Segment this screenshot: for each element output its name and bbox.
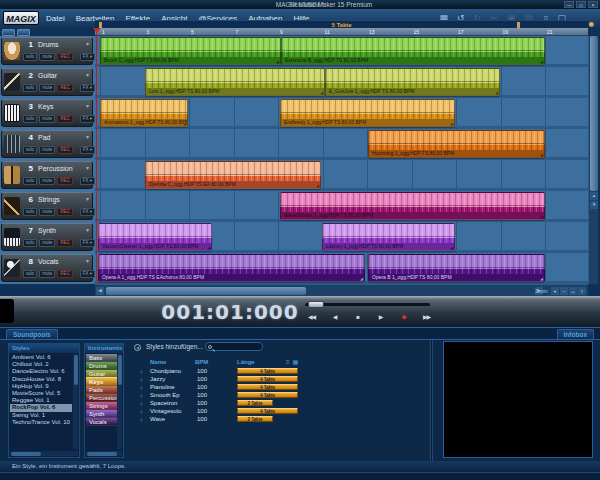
horizontal-scroll-thumb[interactable]: [106, 287, 306, 295]
record-arm-button[interactable]: REC: [57, 270, 73, 278]
fx-button[interactable]: FX ▾: [80, 146, 95, 154]
track-header-pad[interactable]: 4Pad▾solomuteRECFX ▾: [1, 130, 93, 158]
loop-row-jazzy[interactable]: ♪Jazzy1004 Takte: [140, 375, 302, 383]
clip-looney-1[interactable]: Looney 1_ogg.HDP TS 80,00 BPM◢: [322, 223, 455, 251]
range-bar[interactable]: 5 Takte: [95, 20, 588, 28]
fx-button[interactable]: FX ▾: [80, 270, 95, 278]
record-arm-button[interactable]: REC: [57, 239, 73, 247]
chevron-down-icon[interactable]: ▾: [86, 195, 89, 202]
instrument-item-pads[interactable]: Pads: [86, 386, 117, 394]
chevron-down-icon[interactable]: ▾: [86, 71, 89, 78]
solo-button[interactable]: solo: [23, 239, 37, 247]
add-styles-button[interactable]: Styles hinzufügen...: [146, 343, 203, 350]
playhead-marker-icon[interactable]: [93, 28, 101, 33]
maximize-button[interactable]: □: [576, 1, 586, 8]
fx-button[interactable]: FX ▾: [80, 239, 95, 247]
loop-length-bar[interactable]: 2 Takte: [237, 400, 273, 406]
fx-button[interactable]: FX ▾: [80, 53, 95, 61]
instrument-item-vocals[interactable]: Vocals: [86, 418, 117, 426]
list-view-icon[interactable]: ≡: [286, 359, 290, 366]
column-header-name[interactable]: Name: [150, 359, 166, 365]
mute-button[interactable]: mute: [39, 84, 55, 92]
style-item-technotrance-vol-10[interactable]: TechnoTrance Vol. 10: [10, 419, 72, 426]
clip-endlessly-1[interactable]: Endlessly 1_ogg.HDP TS 80,00 BPM◢: [280, 99, 455, 127]
instruments-hscrollbar[interactable]: [86, 451, 122, 456]
record-arm-button[interactable]: REC: [57, 115, 73, 123]
solo-button[interactable]: solo: [23, 53, 37, 61]
instrument-item-keys[interactable]: Keys: [86, 378, 117, 386]
loop-row-chordpiano[interactable]: ♪Chordpiano1004 Takte: [140, 367, 302, 375]
vertical-scrollbar[interactable]: ▲ ▼: [588, 36, 598, 284]
style-item-moviescore-vol-5[interactable]: MovieScore Vol. 5: [10, 390, 72, 397]
style-item-chillout-vol-2[interactable]: Chillout Vol. 2: [10, 361, 72, 368]
settings-dot-icon[interactable]: [589, 22, 594, 27]
clip-vacuumcleaner-1[interactable]: VacuumCleaner 1_ogg.HDP TS 80,00 BPM◢: [98, 223, 212, 251]
loop-row-smooth-ep[interactable]: ♪Smooth Ep1004 Takte: [140, 391, 302, 399]
record-arm-button[interactable]: REC: [57, 208, 73, 216]
jump-end-button[interactable]: ▶▶: [417, 311, 436, 323]
chevron-down-icon[interactable]: ▾: [86, 133, 89, 140]
grid-view-icon-small[interactable]: ▦: [293, 359, 299, 366]
clip-extensive-b[interactable]: Extensive B_ogg.HDP TS 80,00 BPM◢: [281, 37, 545, 65]
solo-button[interactable]: solo: [23, 84, 37, 92]
style-item-danceelectro-vol-6[interactable]: DanceElectro Vol. 6: [10, 368, 72, 375]
minimize-button[interactable]: —: [564, 1, 574, 8]
clip-humming-1[interactable]: Humming 1_ogg.HDP TS 80,00 BPM◢: [368, 130, 545, 158]
instrument-item-percussion[interactable]: Percussion: [86, 394, 117, 402]
close-button[interactable]: ×: [588, 1, 598, 8]
clip-opera-b-1[interactable]: Opera B 1_ogg.HDP TS 80,00 BPM◢: [368, 254, 545, 282]
track-header-strings[interactable]: 6Strings▾solomuteRECFX ▾: [1, 192, 93, 220]
track-view-icon[interactable]: [2, 29, 15, 36]
loop-length-bar[interactable]: 4 Takte: [237, 384, 298, 390]
style-item-swing-vol-1[interactable]: Swing Vol. 1: [10, 412, 72, 419]
clip-lost-1[interactable]: Lost 1_ogg.HDP TS 80,00 BPM◢: [145, 68, 325, 96]
menu-item-datei[interactable]: Datei: [46, 14, 65, 23]
mute-button[interactable]: mute: [39, 53, 55, 61]
clip-opera-a-1[interactable]: Opera A 1_ogg.HDP TS EAchorus 80,00 BPM◢: [98, 254, 365, 282]
styles-vscrollbar[interactable]: [73, 354, 78, 449]
track-header-keys[interactable]: 3Keys▾solomuteRECFX ▾: [1, 99, 93, 127]
scroll-up-icon[interactable]: ▲: [590, 192, 598, 200]
record-arm-button[interactable]: REC: [57, 146, 73, 154]
track-header-synth[interactable]: 7Synth▾solomuteRECFX ▾: [1, 223, 93, 251]
instrument-item-guitar[interactable]: Guitar: [86, 370, 117, 378]
horizontal-scrollbar[interactable]: ◀ ▶ Zoom +−↔↕: [95, 284, 588, 296]
loop-row-vintagesolo[interactable]: ♪Vintagesolo1004 Takte: [140, 407, 302, 415]
chevron-down-icon[interactable]: ▾: [86, 226, 89, 233]
play-button[interactable]: ▶: [371, 311, 390, 323]
mute-button[interactable]: mute: [39, 270, 55, 278]
mute-button[interactable]: mute: [39, 177, 55, 185]
chevron-down-icon[interactable]: ▾: [86, 102, 89, 109]
track-header-guitar[interactable]: 2Guitar▾solomuteRECFX ▾: [1, 68, 93, 96]
instruments-vscroll-thumb[interactable]: [118, 355, 122, 385]
track-header-drums[interactable]: 1Drums▾solomuteRECFX ▾: [1, 37, 93, 65]
loop-row-wave[interactable]: ♪Wave1002 Takte: [140, 415, 302, 423]
mute-button[interactable]: mute: [39, 239, 55, 247]
scroll-down-icon[interactable]: ▼: [590, 201, 598, 209]
loop-length-bar[interactable]: 4 Takte: [237, 408, 298, 414]
style-item-ambient-vol-6[interactable]: Ambient Vol. 6: [10, 354, 72, 361]
instruments-hscroll-thumb[interactable]: [87, 452, 117, 456]
zoom-out-button[interactable]: −: [560, 287, 568, 295]
search-box[interactable]: [205, 342, 263, 351]
loop-length-bar[interactable]: 4 Takte: [237, 368, 298, 374]
column-header-laenge[interactable]: Länge: [237, 359, 255, 365]
zoom-h-button[interactable]: ↔: [569, 287, 577, 295]
clip-animations-1[interactable]: Animations 1_ogg.HDP TS 80,00 BPM◢: [100, 99, 188, 127]
loop-row-pianoline[interactable]: ♪Pianoline1004 Takte: [140, 383, 302, 391]
instruments-vscrollbar[interactable]: [117, 354, 122, 449]
instrument-item-bass[interactable]: Bass: [86, 354, 117, 362]
bar-ruler[interactable]: 13579111315171921: [95, 28, 588, 36]
clip-e[interactable]: E_GuitJule 1_ogg.HDP TS 80,00 BPM◢: [325, 68, 500, 96]
loop-row-spacetron[interactable]: ♪Spacetron1002 Takte: [140, 399, 302, 407]
record-arm-button[interactable]: REC: [57, 84, 73, 92]
fx-button[interactable]: FX ▾: [80, 208, 95, 216]
fx-button[interactable]: FX ▾: [80, 84, 95, 92]
record-arm-button[interactable]: REC: [57, 177, 73, 185]
clip-djembe-c[interactable]: Djembe C_ogg.HDP TS EA 80,00 BPM◢: [145, 161, 321, 189]
playhead-line[interactable]: [96, 28, 97, 284]
zoom-in-button[interactable]: +: [551, 287, 559, 295]
chevron-down-icon[interactable]: ▾: [86, 40, 89, 47]
solo-button[interactable]: solo: [23, 146, 37, 154]
vertical-scroll-thumb[interactable]: [590, 36, 598, 191]
